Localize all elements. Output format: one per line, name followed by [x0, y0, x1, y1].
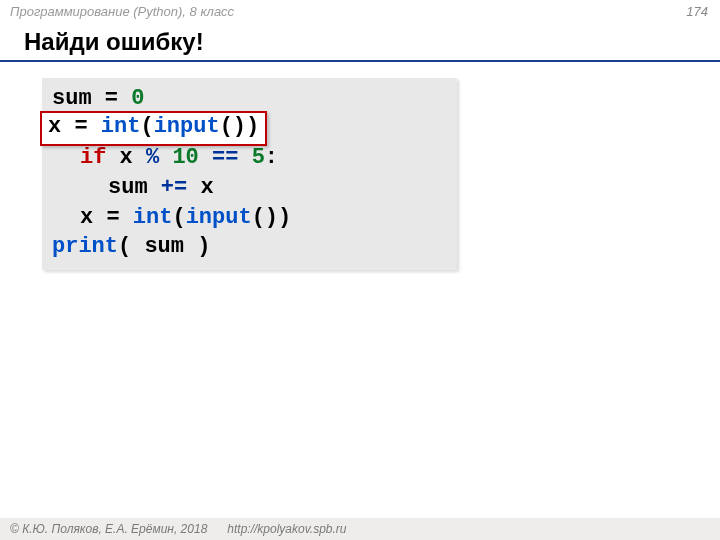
footer-url: http://kpolyakov.spb.ru [227, 522, 346, 536]
code-block: sum = 0 if x % 10 == 5: sum += x x = int… [42, 78, 457, 270]
overlay-correction: x = int(input()) [40, 111, 267, 146]
course-label: Программирование (Python), 8 класс [10, 4, 234, 19]
code-line-1: sum = 0 [52, 84, 447, 114]
header-bar: Программирование (Python), 8 класс 174 [0, 0, 720, 22]
code-line-3: if x % 10 == 5: [52, 143, 447, 173]
page-number: 174 [686, 4, 708, 19]
code-area: sum = 0 if x % 10 == 5: sum += x x = int… [42, 78, 720, 270]
copyright: © К.Ю. Поляков, Е.А. Ерёмин, 2018 [10, 522, 207, 536]
code-line-6: print( sum ) [52, 232, 447, 262]
footer: © К.Ю. Поляков, Е.А. Ерёмин, 2018 http:/… [0, 518, 720, 540]
slide-title: Найди ошибку! [0, 22, 720, 62]
code-line-5: x = int(input()) [52, 203, 447, 233]
code-line-4: sum += x [52, 173, 447, 203]
